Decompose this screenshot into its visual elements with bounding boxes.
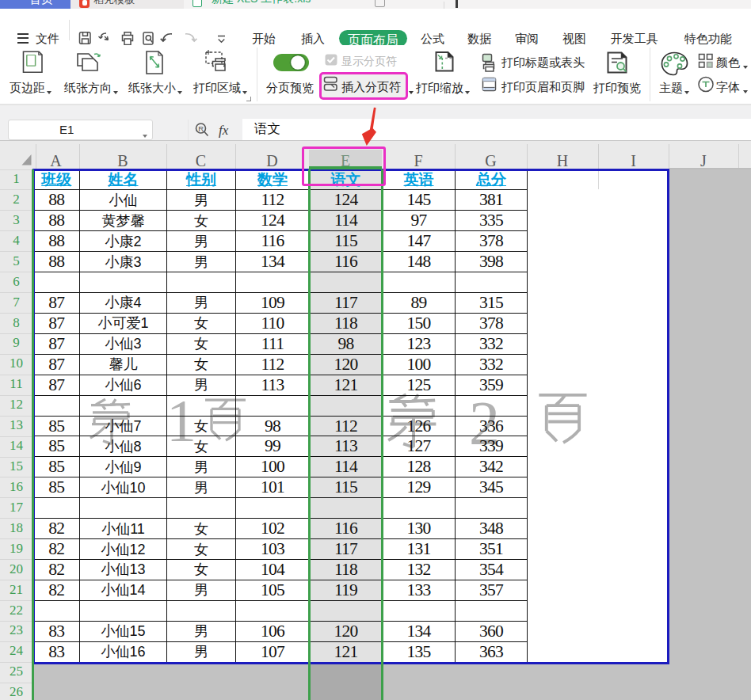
svg-text:fx: fx [219,123,229,138]
svg-text:R: R [198,124,204,133]
